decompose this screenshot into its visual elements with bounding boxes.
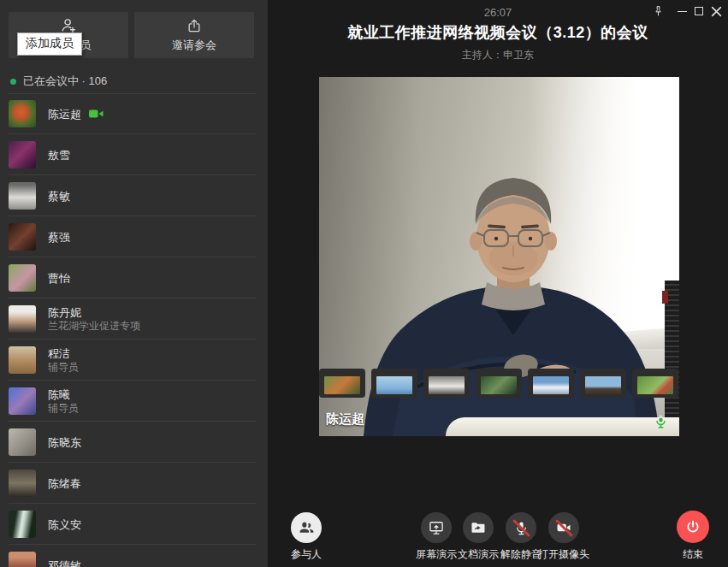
screen-share-icon <box>421 512 452 543</box>
avatar <box>9 387 36 415</box>
meeting-status: 已在会议中 · 106 <box>10 74 107 89</box>
thumbnail-image <box>429 376 465 394</box>
close-button[interactable] <box>707 3 725 20</box>
minimize-button[interactable] <box>673 3 690 20</box>
maximize-button[interactable] <box>690 3 707 20</box>
avatar <box>9 552 36 567</box>
participant-name: 陈运超 <box>48 108 81 121</box>
doc-share-label: 文档演示 <box>458 547 499 562</box>
participant-row[interactable]: 陈义安 <box>0 504 268 545</box>
thumbnail-image <box>376 376 412 394</box>
avatar <box>9 223 36 251</box>
video-thumbnail[interactable] <box>423 369 470 398</box>
video-thumbnail[interactable] <box>632 369 678 398</box>
participant-row[interactable]: 程洁 辅导员 <box>0 340 268 381</box>
participants-icon <box>291 512 322 543</box>
participant-name: 程洁 <box>48 347 70 360</box>
participant-row[interactable]: 蔡强 <box>0 216 268 257</box>
participant-list: 陈运超 敖雪 蔡敏 蔡强 曹怡 <box>0 93 268 567</box>
mic-muted-icon <box>506 512 536 543</box>
thumbnail-image <box>324 376 360 394</box>
participant-name: 陈丹妮 <box>48 306 81 319</box>
invite-button[interactable]: 邀请参会 <box>134 12 254 58</box>
camera-off-icon <box>548 512 579 543</box>
thumbnail-image <box>585 376 621 394</box>
participants-button[interactable]: 参与人 <box>279 512 334 562</box>
main-stage: 26:07 就业工作推进网络视频会议（3.12）的会议 主持人：申卫东 <box>268 0 728 567</box>
participant-name: 陈曦 <box>48 388 70 401</box>
open-camera-button[interactable]: 打开摄像头 <box>536 512 591 562</box>
status-dot-icon <box>10 79 16 85</box>
avatar <box>9 264 36 292</box>
person-add-icon <box>59 17 78 34</box>
invite-label: 邀请参会 <box>172 38 216 53</box>
unmute-label: 解除静音 <box>500 547 542 562</box>
mic-active-icon <box>656 415 666 432</box>
avatar <box>9 346 36 374</box>
participant-row[interactable]: 陈绪春 <box>0 463 268 504</box>
participant-name: 敖雪 <box>48 149 70 162</box>
share-icon <box>186 17 203 34</box>
participant-name: 蔡强 <box>48 231 70 244</box>
avatar <box>9 182 36 210</box>
participant-name: 邓德敏 <box>48 559 81 567</box>
participant-row[interactable]: 陈运超 <box>0 93 268 134</box>
participant-row[interactable]: 敖雪 <box>0 134 268 175</box>
video-thumbnail[interactable] <box>371 369 417 398</box>
avatar <box>9 305 36 333</box>
pin-icon[interactable] <box>649 3 666 20</box>
participant-name: 陈绪春 <box>48 477 81 490</box>
participant-row[interactable]: 曹怡 <box>0 257 268 298</box>
participant-row[interactable]: 陈晓东 <box>0 422 268 463</box>
participant-subtitle: 辅导员 <box>48 403 79 414</box>
thumbnail-image <box>637 376 673 394</box>
end-meeting-label: 结束 <box>683 547 703 562</box>
participant-row[interactable]: 邓德敏 <box>0 545 268 567</box>
open-camera-label: 打开摄像头 <box>538 547 589 562</box>
meeting-window: 添加成员 邀请参会 添加成员 已在会议中 · 106 陈运超 <box>0 0 728 567</box>
thumbnail-image <box>533 376 569 394</box>
avatar <box>9 470 36 497</box>
end-meeting-button[interactable]: 结束 <box>666 511 720 562</box>
meeting-host: 主持人：申卫东 <box>268 48 728 62</box>
avatar <box>9 141 36 168</box>
participant-subtitle: 辅导员 <box>48 362 79 373</box>
participant-row[interactable]: 陈曦 辅导员 <box>0 381 268 422</box>
status-text: 已在会议中 · 106 <box>23 74 107 89</box>
video-thumbnail[interactable] <box>319 369 365 398</box>
avatar <box>9 428 36 456</box>
participants-sidebar: 添加成员 邀请参会 添加成员 已在会议中 · 106 陈运超 <box>0 0 268 567</box>
power-icon <box>677 511 709 543</box>
camera-on-icon <box>89 109 104 119</box>
participant-row[interactable]: 蔡敏 <box>0 175 268 216</box>
participant-subtitle: 兰花湖学业促进专项 <box>48 321 140 332</box>
video-thumbnail[interactable] <box>476 369 522 398</box>
participants-label: 参与人 <box>291 547 322 562</box>
add-member-tooltip: 添加成员 <box>17 32 82 56</box>
participant-name: 蔡敏 <box>48 190 70 203</box>
meeting-title: 就业工作推进网络视频会议（3.12）的会议 <box>268 22 728 43</box>
thumbnail-image <box>481 376 517 394</box>
video-thumbnail[interactable] <box>580 369 626 398</box>
avatar <box>9 511 36 538</box>
window-controls <box>649 3 725 20</box>
participant-name: 曹怡 <box>48 272 70 285</box>
participant-name: 陈义安 <box>48 518 81 531</box>
speaker-name-label: 陈运超 <box>326 411 364 428</box>
video-thumbnail-strip <box>319 369 678 398</box>
avatar <box>9 100 36 127</box>
participant-name: 陈晓东 <box>48 436 81 449</box>
desk <box>446 417 679 436</box>
video-thumbnail[interactable] <box>528 369 574 398</box>
doc-share-icon <box>463 512 494 543</box>
participant-row[interactable]: 陈丹妮 兰花湖学业促进专项 <box>0 298 268 340</box>
